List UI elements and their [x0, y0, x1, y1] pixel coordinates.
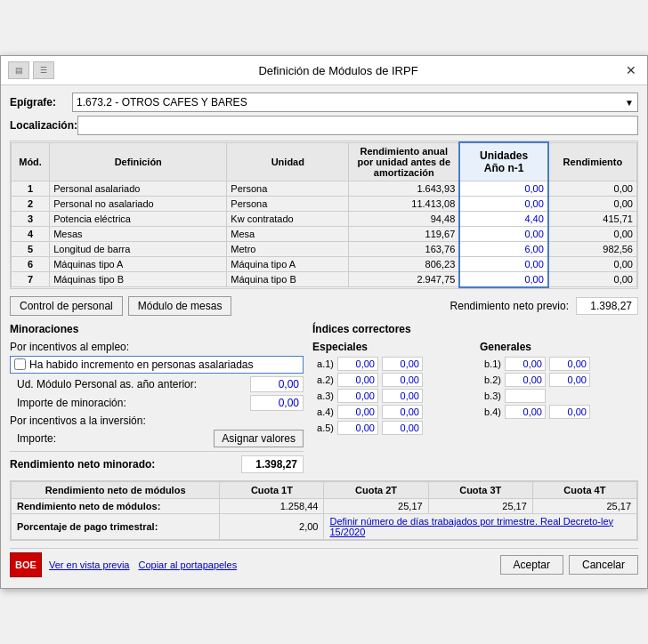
incentivos-inversion-label: Por incentivos a la inversión:	[10, 415, 304, 427]
table-row-unidades[interactable]: 0,00	[459, 181, 548, 196]
title-icons: ▤ ☰	[8, 61, 54, 79]
modules-table-container: Mód. Definición Unidad Rendimiento anual…	[10, 141, 638, 289]
generales-row: b.1)	[480, 357, 638, 371]
bottom-table: Rendimiento neto de módulos Cuota 1T Cuo…	[11, 481, 637, 540]
cancelar-button[interactable]: Cancelar	[569, 555, 638, 575]
title-bar: ▤ ☰ Definición de Módulos de IRPF ✕	[1, 56, 647, 85]
checkbox-label: Ha habido incremento en personas asalari…	[29, 358, 254, 371]
days-link[interactable]: Definir número de días trabajados por tr…	[329, 516, 613, 537]
table-row-unidades[interactable]: 6,00	[459, 241, 548, 256]
table-row-rendimiento: 2.947,75	[349, 271, 459, 287]
bottom-row2-val: 2,00	[220, 513, 324, 539]
ver-vista-previa-link[interactable]: Ver en vista previa	[49, 559, 130, 570]
indices-input-v1[interactable]	[337, 373, 378, 387]
table-row-definicion: Personal asalariado	[50, 181, 227, 196]
table-row-definicion: Máquinas tipo B	[50, 271, 227, 287]
indices-label: b.3)	[480, 390, 501, 401]
indices-input-v2[interactable]	[382, 405, 423, 419]
bottom-row1-c2: 25,17	[428, 498, 532, 513]
table-row-mod: 4	[12, 226, 50, 241]
especiales-title: Especiales	[312, 341, 471, 353]
table-row-unidad: Persona	[227, 181, 349, 196]
especiales-row: a.1)	[312, 357, 471, 371]
action-buttons-row: Control de personal Módulo de mesas Rend…	[10, 296, 638, 316]
indices-input-v1[interactable]	[337, 405, 378, 419]
indices-input-v2[interactable]	[549, 357, 590, 371]
bottom-row2-label: Porcentaje de pago trimestral:	[12, 513, 220, 539]
indices-input-v2[interactable]	[382, 357, 423, 371]
table-row-unidades[interactable]: 4,40	[459, 211, 548, 226]
indices-input-v1[interactable]	[337, 421, 378, 435]
asignar-valores-button[interactable]: Asignar valores	[214, 430, 304, 447]
rendimiento-neto-minorado-value: 1.398,27	[241, 455, 304, 473]
footer: BOE Ver en vista previa Copiar al portap…	[10, 548, 638, 581]
checkbox-row: Ha habido incremento en personas asalari…	[10, 356, 304, 374]
table-row-rend: 0,00	[548, 226, 637, 241]
indices-input-v2[interactable]	[382, 421, 423, 435]
especiales-row: a.3)	[312, 389, 471, 403]
indices-label: a.2)	[312, 374, 334, 385]
indices-input-v1[interactable]	[505, 357, 546, 371]
epigrafe-row: Epígrafe: 1.673.2 - OTROS CAFES Y BARES …	[10, 93, 638, 112]
modulo-mesas-button[interactable]: Módulo de mesas	[128, 296, 232, 316]
especiales-row: a.4)	[312, 405, 471, 419]
indices-input-v1[interactable]	[505, 389, 546, 403]
indices-correctores-section: Índices correctores Especiales a.1) a.2)…	[312, 323, 638, 473]
indices-input-v2[interactable]	[549, 405, 590, 419]
table-row-definicion: Potencia eléctrica	[50, 211, 227, 226]
table-row-unidades[interactable]: 0,00	[459, 196, 548, 211]
rendimiento-neto-minorado-label: Rendimiento neto minorado:	[10, 458, 155, 471]
table-row-rend: 0,00	[548, 196, 637, 211]
localizacion-row: Localización:	[10, 116, 638, 135]
generales-col: Generales b.1) b.2) b.3) b.4)	[480, 341, 638, 437]
copiar-portapapeles-link[interactable]: Copiar al portapapeles	[139, 559, 238, 570]
header-unidades-n1: Unidades Año n-1	[459, 142, 548, 181]
indices-input-v1[interactable]	[337, 357, 378, 371]
control-personal-button[interactable]: Control de personal	[10, 296, 123, 316]
table-row-definicion: Mesas	[50, 226, 227, 241]
table-row-definicion: Máquinas tipo A	[50, 256, 227, 271]
minoraciones-title: Minoraciones	[10, 323, 304, 335]
left-buttons: Control de personal Módulo de mesas	[10, 296, 231, 316]
table-row-unidades[interactable]: 0,00	[459, 256, 548, 271]
indices-input-v1[interactable]	[505, 373, 546, 387]
importe-row: Importe: Asignar valores	[10, 430, 304, 447]
close-button[interactable]: ✕	[622, 63, 640, 77]
rendimiento-neto-previo-label: Rendimiento neto previo:	[450, 300, 569, 312]
localizacion-input[interactable]	[77, 116, 638, 135]
incentivos-empleo-group: Por incentivos al empleo: Ha habido incr…	[10, 341, 304, 411]
indices-input-v2[interactable]	[382, 373, 423, 387]
aceptar-button[interactable]: Aceptar	[500, 555, 563, 575]
table-row-unidad: Persona	[227, 196, 349, 211]
table-row-rendimiento: 806,23	[349, 256, 459, 271]
generales-title: Generales	[480, 341, 638, 353]
table-row-mod: 5	[12, 241, 50, 256]
bottom-row2-link[interactable]: Definir número de días trabajados por tr…	[324, 513, 637, 539]
ud-modulo-value[interactable]: 0,00	[250, 376, 304, 392]
rendimiento-neto-minorado-row: Rendimiento neto minorado: 1.398,27	[10, 451, 304, 473]
table-row-unidades[interactable]: 0,00	[459, 226, 548, 241]
generales-row: b.2)	[480, 373, 638, 387]
epigrafe-select[interactable]: 1.673.2 - OTROS CAFES Y BARES ▼	[72, 93, 638, 112]
boe-logo: BOE	[10, 552, 42, 577]
indices-input-v2[interactable]	[549, 373, 590, 387]
indices-input-v2[interactable]	[382, 389, 423, 403]
generales-row: b.3)	[480, 389, 638, 403]
table-row-unidad: Kw contratado	[227, 211, 349, 226]
bottom-row1-c3: 25,17	[532, 498, 636, 513]
header-definicion: Definición	[50, 142, 227, 181]
indices-input-v1[interactable]	[337, 389, 378, 403]
table-row-rend: 0,00	[548, 181, 637, 196]
table-row-mod: 3	[12, 211, 50, 226]
incentivos-empleo-label: Por incentivos al empleo:	[10, 341, 304, 353]
indices-label: a.3)	[312, 390, 334, 401]
indices-label: b.2)	[480, 374, 501, 385]
header-rendimiento-unidad: Rendimiento anual por unidad antes de am…	[349, 142, 459, 181]
indices-input-v1[interactable]	[505, 405, 546, 419]
table-row-unidades[interactable]: 0,00	[459, 271, 548, 287]
table-row-unidad: Metro	[227, 241, 349, 256]
table-row-definicion: Longitud de barra	[50, 241, 227, 256]
bottom-header-col2: Cuota 1T	[220, 481, 324, 498]
incremento-checkbox[interactable]	[14, 358, 26, 370]
especiales-col: Especiales a.1) a.2) a.3) a.4) a.5)	[312, 341, 471, 437]
